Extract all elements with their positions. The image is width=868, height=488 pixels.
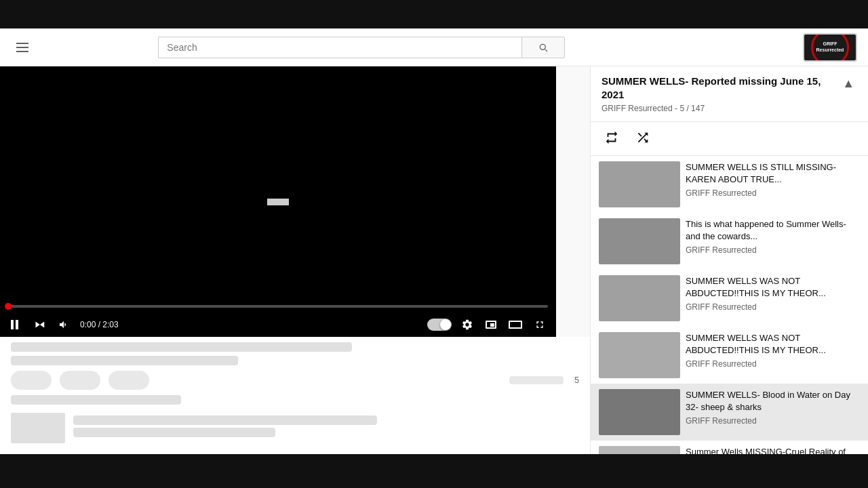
bottom-text-1 (73, 415, 579, 441)
page-content: GRIFFResurrected (0, 28, 868, 454)
playlist-item-title-active: SUMMER WELLS- Blood in Water on Day 32- … (686, 389, 860, 413)
video-section: 0:00 / 2:03 (0, 66, 590, 454)
playlist-item-title: Summer Wells MISSING-Cruel Reality of Ma… (686, 446, 860, 454)
playlist-item-thumb (599, 446, 680, 454)
bottom-blurred-row-1 (11, 413, 579, 443)
playlist-item-channel: GRIFF Resurrected (686, 245, 860, 255)
video-loading-indicator (267, 199, 289, 205)
playlist-title: SUMMER WELLS- Reported missing June 15, … (601, 75, 834, 101)
playlist-item-title: SUMMER WELLS WAS NOT ABDUCTED!!THIS IS M… (686, 332, 860, 357)
yt-header: GRIFFResurrected (0, 28, 868, 66)
volume-button[interactable] (54, 317, 73, 333)
playlist-item-thumb (599, 332, 680, 378)
video-black-area (0, 66, 556, 337)
like-btn-blur (11, 371, 52, 390)
bottom-title-blur (73, 415, 377, 425)
share-btn-blur (108, 371, 149, 390)
video-controls: 0:00 / 2:03 (0, 300, 556, 337)
playlist-position: 5 (679, 104, 684, 113)
video-meta-blur (11, 356, 238, 365)
playlist-item-title: SUMMER WELLS IS STILL MISSING- KAREN ABO… (686, 161, 860, 186)
bottom-channel-blur (73, 428, 275, 437)
autoplay-toggle[interactable] (427, 319, 452, 331)
playlist-controls (591, 122, 868, 156)
playlist-item-info: SUMMER WELLS IS STILL MISSING- KAREN ABO… (686, 161, 860, 198)
shuffle-button[interactable] (633, 127, 653, 150)
controls-row: 0:00 / 2:03 (8, 312, 548, 337)
skip-icon (33, 319, 45, 331)
playlist-item[interactable]: This is what happened to Summer Wells- a… (591, 213, 868, 270)
playlist-header: SUMMER WELLS- Reported missing June 15, … (591, 66, 868, 122)
shuffle-icon (635, 130, 650, 145)
video-title-blur (11, 342, 352, 352)
playlist-item-info: SUMMER WELLS WAS NOT ABDUCTED!!THIS IS M… (686, 275, 860, 312)
playlist-item-channel: GRIFF Resurrected (686, 302, 860, 312)
fullscreen-icon (534, 319, 545, 330)
playlist-item-title: SUMMER WELLS WAS NOT ABDUCTED!!THIS IS M… (686, 275, 860, 300)
playlist-item-thumb-active (599, 389, 680, 435)
miniplayer-button[interactable] (483, 318, 499, 331)
theater-icon (509, 321, 522, 329)
settings-button[interactable] (458, 316, 476, 333)
playlist-item[interactable]: Summer Wells MISSING-Cruel Reality of Ma… (591, 441, 868, 454)
channel-avatar-text: GRIFFResurrected (816, 41, 844, 53)
collapse-button[interactable]: ▲ (840, 75, 857, 92)
settings-icon (461, 319, 473, 331)
view-count-blur (509, 376, 564, 384)
playlist-item-channel: GRIFF Resurrected (686, 359, 860, 369)
playlist-item-title: This is what happened to Summer Wells- a… (686, 218, 860, 243)
bottom-thumb-1 (11, 413, 65, 443)
loop-button[interactable] (601, 127, 622, 150)
playlist-item-channel: GRIFF Resurrected (686, 188, 860, 198)
main-content: 0:00 / 2:03 (0, 66, 868, 454)
progress-dot (5, 303, 12, 310)
header-right: GRIFFResurrected (803, 33, 857, 62)
volume-icon (57, 319, 71, 330)
playlist-title-section: SUMMER WELLS- Reported missing June 15, … (601, 75, 834, 113)
playlist-channel: GRIFF Resurrected (601, 104, 673, 113)
playlist-item-thumb (599, 275, 680, 321)
playlist-item[interactable]: SUMMER WELLS WAS NOT ABDUCTED!!THIS IS M… (591, 327, 868, 384)
playlist-item[interactable]: SUMMER WELLS WAS NOT ABDUCTED!!THIS IS M… (591, 270, 868, 327)
loop-icon (604, 130, 619, 145)
playlist-item-channel-active: GRIFF Resurrected (686, 416, 860, 426)
skip-button[interactable] (30, 316, 47, 333)
hamburger-menu[interactable] (11, 37, 34, 58)
playlist-item-info-active: SUMMER WELLS- Blood in Water on Day 32- … (686, 389, 860, 426)
channel-info-blur (11, 395, 181, 405)
playlist-item-info: SUMMER WELLS WAS NOT ABDUCTED!!THIS IS M… (686, 332, 860, 369)
playlist-item-thumb (599, 218, 680, 264)
playlist-meta: GRIFF Resurrected - 5 / 147 (601, 104, 834, 113)
action-row: 5 (11, 371, 579, 390)
search-input[interactable] (158, 37, 521, 58)
playlist-item-info: Summer Wells MISSING-Cruel Reality of Ma… (686, 446, 860, 454)
search-button[interactable] (521, 37, 565, 58)
theater-button[interactable] (506, 318, 525, 331)
playlist-item-info: This is what happened to Summer Wells- a… (686, 218, 860, 255)
fullscreen-button[interactable] (532, 317, 548, 333)
playlist-item-thumb (599, 161, 680, 207)
pause-icon (11, 320, 20, 329)
below-video-area: 5 (0, 337, 590, 454)
pause-button[interactable] (8, 317, 23, 332)
progress-bar[interactable] (8, 305, 548, 308)
dislike-btn-blur (60, 371, 100, 390)
playlist-items[interactable]: SUMMER WELLS IS STILL MISSING- KAREN ABO… (591, 156, 868, 454)
view-count-number: 5 (572, 375, 579, 385)
top-chrome-bar (0, 0, 868, 28)
video-player[interactable]: 0:00 / 2:03 (0, 66, 556, 337)
miniplayer-icon (486, 321, 496, 329)
channel-avatar[interactable]: GRIFFResurrected (803, 33, 857, 62)
toggle-knob (440, 319, 451, 330)
playlist-sidebar: SUMMER WELLS- Reported missing June 15, … (590, 66, 868, 454)
bottom-chrome-bar (0, 454, 868, 488)
playlist-item-active[interactable]: SUMMER WELLS- Blood in Water on Day 32- … (591, 384, 868, 441)
search-bar (158, 37, 565, 58)
time-display: 0:00 / 2:03 (80, 320, 119, 329)
playlist-item[interactable]: SUMMER WELLS IS STILL MISSING- KAREN ABO… (591, 156, 868, 213)
playlist-total: 147 (691, 104, 705, 113)
